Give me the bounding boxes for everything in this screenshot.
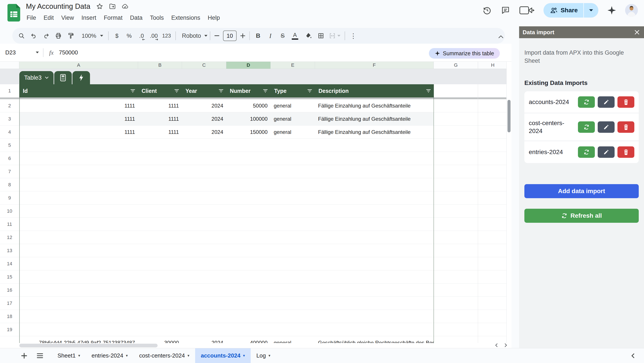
cell[interactable] xyxy=(182,218,226,231)
sheet-tab-caret-icon[interactable]: ▾ xyxy=(243,353,245,358)
collapse-panel-chevron-icon[interactable] xyxy=(627,350,639,362)
borders-icon[interactable] xyxy=(315,30,327,42)
star-icon[interactable] xyxy=(96,3,103,10)
cell[interactable]: 1111 xyxy=(19,112,138,126)
cell[interactable] xyxy=(138,192,182,204)
cell[interactable]: 2024 xyxy=(182,336,226,343)
menu-extensions[interactable]: Extensions xyxy=(168,13,204,23)
cell[interactable] xyxy=(315,297,434,310)
cell[interactable] xyxy=(19,323,138,336)
cell[interactable] xyxy=(19,178,138,192)
cell[interactable] xyxy=(19,284,138,297)
cell[interactable] xyxy=(182,323,226,336)
table-name-chip[interactable]: Table3 xyxy=(19,71,54,84)
column-header-H[interactable]: H xyxy=(478,62,508,69)
cell[interactable] xyxy=(226,297,271,310)
cell[interactable] xyxy=(182,139,226,152)
cell[interactable] xyxy=(315,165,434,178)
cell[interactable] xyxy=(271,323,315,336)
cell[interactable]: general xyxy=(271,112,315,126)
cell[interactable] xyxy=(478,323,506,336)
cell[interactable] xyxy=(434,139,478,152)
cell[interactable] xyxy=(434,204,478,218)
cell[interactable]: 1111 xyxy=(19,99,138,112)
row-header-9[interactable]: 9 xyxy=(0,192,19,204)
cell[interactable] xyxy=(434,297,478,310)
column-header-C[interactable]: C xyxy=(182,62,226,69)
table-column-header-type[interactable]: Type xyxy=(271,84,315,98)
cell[interactable] xyxy=(315,270,434,284)
user-avatar[interactable] xyxy=(625,4,638,17)
cell[interactable] xyxy=(19,218,138,231)
menu-view[interactable]: View xyxy=(58,13,78,23)
font-size-input[interactable]: 10 xyxy=(223,30,236,41)
row-header-5[interactable]: 5 xyxy=(0,139,19,152)
meet-camera-icon[interactable] xyxy=(519,5,535,15)
cell[interactable] xyxy=(478,192,506,204)
cloud-status-icon[interactable] xyxy=(122,3,128,10)
row-header-16[interactable]: 16 xyxy=(0,284,19,297)
filter-icon[interactable] xyxy=(218,89,224,93)
cell[interactable]: 2024 xyxy=(182,112,226,126)
cell[interactable] xyxy=(315,218,434,231)
cell[interactable] xyxy=(182,270,226,284)
horizontal-scrollbar[interactable] xyxy=(0,343,512,348)
sheets-logo-icon[interactable] xyxy=(8,4,20,22)
cell[interactable] xyxy=(226,270,271,284)
column-header-F[interactable]: F xyxy=(315,62,434,69)
select-all-corner[interactable] xyxy=(0,62,19,69)
cell[interactable] xyxy=(478,84,508,98)
gemini-sparkle-icon[interactable] xyxy=(607,5,617,15)
formula-input[interactable]: 750000 xyxy=(59,49,78,56)
cell[interactable] xyxy=(315,139,434,152)
table-column-header-id[interactable]: Id xyxy=(19,84,138,98)
cell[interactable] xyxy=(138,152,182,165)
cell[interactable] xyxy=(271,178,315,192)
cell[interactable] xyxy=(434,270,478,284)
more-toolbar-options[interactable]: ⋮ xyxy=(347,30,360,42)
cell[interactable] xyxy=(271,310,315,323)
cell[interactable]: 100000 xyxy=(226,112,271,126)
row-header-6[interactable]: 6 xyxy=(0,152,19,165)
decrease-font-size-button[interactable] xyxy=(212,30,221,42)
row-header-10[interactable]: 10 xyxy=(0,204,19,218)
cell[interactable] xyxy=(315,204,434,218)
cell[interactable] xyxy=(138,297,182,310)
cell[interactable]: 1111 xyxy=(138,99,182,112)
cell[interactable] xyxy=(478,139,506,152)
filter-icon[interactable] xyxy=(174,89,179,93)
share-button[interactable]: Share xyxy=(544,3,598,18)
table-calculated-column-chip[interactable] xyxy=(54,71,72,84)
cell[interactable] xyxy=(182,152,226,165)
cell[interactable] xyxy=(434,165,478,178)
cell[interactable] xyxy=(226,204,271,218)
row-header-17[interactable]: 17 xyxy=(0,297,19,310)
cell[interactable]: Geschäftsüblich gleiche Rechtsgeschäfte … xyxy=(315,336,434,343)
cell[interactable] xyxy=(271,284,315,297)
cell[interactable]: 78b6c4d4-22b5-47d9-9af2-75123873487 xyxy=(19,336,138,343)
share-button-main[interactable]: Share xyxy=(544,3,584,18)
filter-icon[interactable] xyxy=(130,89,136,93)
cell[interactable] xyxy=(226,323,271,336)
delete-import-button[interactable] xyxy=(618,121,634,133)
cell[interactable] xyxy=(434,152,478,165)
comments-icon[interactable] xyxy=(500,5,510,15)
cell[interactable] xyxy=(226,218,271,231)
bold-button[interactable]: B xyxy=(252,30,264,42)
cell[interactable] xyxy=(138,257,182,270)
sheet-tab-entries-2024[interactable]: entries-2024▾ xyxy=(86,348,134,363)
cell[interactable] xyxy=(138,178,182,192)
italic-button[interactable]: I xyxy=(264,30,276,42)
cell[interactable] xyxy=(478,99,506,112)
horizontal-scrollbar-thumb[interactable] xyxy=(19,344,158,348)
move-folder-icon[interactable] xyxy=(109,3,116,10)
increase-decimal-button[interactable]: .00 xyxy=(148,30,160,42)
cell[interactable] xyxy=(19,192,138,204)
summarize-table-button[interactable]: Summarize this table xyxy=(429,48,500,58)
sheet-tab-sheet1[interactable]: Sheet1▾ xyxy=(52,348,86,363)
cell[interactable] xyxy=(182,165,226,178)
filter-icon[interactable] xyxy=(263,89,268,93)
format-currency-button[interactable]: $ xyxy=(111,30,123,42)
cell[interactable] xyxy=(138,310,182,323)
cell[interactable] xyxy=(138,270,182,284)
